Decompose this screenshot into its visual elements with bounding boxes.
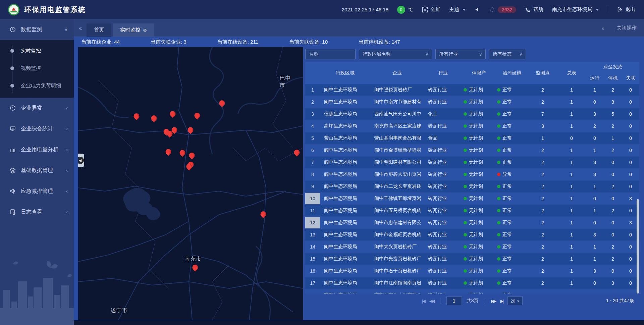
fullscreen-button[interactable]: 全屏 bbox=[422, 6, 440, 13]
table-row[interactable]: 2阆中生态环境局阆中市南方节能建材有砖瓦行业无计划正常21030 bbox=[305, 96, 639, 108]
tabs-scroll-left-icon[interactable]: « bbox=[74, 25, 87, 31]
cell-company: 阆中市石子页岩机砖厂 bbox=[370, 268, 424, 274]
name-search-input[interactable]: 名称 bbox=[305, 49, 356, 59]
page-size-select[interactable]: 20∨ bbox=[507, 296, 523, 305]
table-row[interactable]: 16阆中生态环境局阆中市石子页岩机砖厂砖瓦行业无计划正常21300 bbox=[305, 265, 639, 277]
row-index: 2 bbox=[305, 96, 320, 108]
header-失联: 失联 bbox=[622, 72, 639, 84]
status-dot-green bbox=[497, 209, 500, 212]
cell-halted: 5 bbox=[604, 111, 622, 117]
table-row[interactable]: 10阆中生态环境局阆中千佛镇五郎垭页岩砖瓦行业无计划正常21003 bbox=[305, 193, 639, 204]
table-row[interactable]: 9阆中生态环境局阆中市二龙长宝页岩砖砖瓦行业无计划正常21120 bbox=[305, 181, 639, 192]
table-row[interactable]: 12阆中生态环境局阆中市忠信建材有限公砖瓦行业无计划正常21003 bbox=[305, 217, 639, 228]
table-row[interactable]: 13阆中生态环境局阆中市金福旺页岩机砖砖瓦行业无计划正常21300 bbox=[305, 229, 639, 240]
cell-region: 阆中生态环境局 bbox=[320, 196, 370, 202]
table-row[interactable]: 17阆中生态环境局阆中市江南镇阆南页岩砖瓦行业无计划正常21030 bbox=[305, 277, 639, 289]
cell-industry: 砖瓦行业 bbox=[424, 232, 462, 238]
tab-label: 首页 bbox=[94, 27, 104, 33]
cell-company: 阆中市忠信建材有限公 bbox=[370, 220, 424, 226]
cell-stop-status: 无计划 bbox=[462, 280, 496, 286]
cell-stop-status: 无计划 bbox=[462, 171, 496, 177]
row-index: 9 bbox=[305, 181, 320, 192]
prev-page-button[interactable]: ◀◀ bbox=[429, 299, 434, 304]
table-row[interactable]: 6阆中生态环境局阆中市金博瑞新型墙材砖瓦行业无计划正常21120 bbox=[305, 145, 639, 156]
table-row[interactable]: 5营山生态环境局营山县润丰肉食品有限食品无计划正常10010 bbox=[305, 132, 639, 144]
sidebar-item-3[interactable]: 企业综合统计‹ bbox=[0, 118, 74, 139]
table-row[interactable]: 1阆中生态环境局阆中强锐页岩砖厂砖瓦行业无计划正常21120 bbox=[305, 84, 639, 96]
notifications[interactable]: 2632 bbox=[489, 6, 516, 13]
first-page-button[interactable]: |◀ bbox=[422, 299, 424, 304]
status-dot-green bbox=[497, 88, 500, 92]
table-row[interactable]: 18南部生态环境局南部县砌化水泥有限公建材行业无计划正常50050 bbox=[305, 289, 639, 293]
cell-treatment-status: 正常 bbox=[496, 244, 528, 250]
industry-select[interactable]: 所有行业∨ bbox=[435, 49, 486, 59]
table-row[interactable]: 3仪陇生态环境局西南油气田分公司川中化工无计划正常71350 bbox=[305, 108, 639, 120]
cell-halted: 2 bbox=[604, 123, 622, 129]
main-row: 巴中市南充市遂宁市 ◀ 名称 行政区域名称∨ 所有行业∨ 所有状态∨ 行政区域企… bbox=[74, 47, 644, 320]
tab-实时监控[interactable]: 实时监控⊗ bbox=[113, 23, 154, 37]
table-row[interactable]: 15阆中生态环境局阆中市光富页岩机砖厂砖瓦行业无计划正常21120 bbox=[305, 253, 639, 265]
sidebar-subitem[interactable]: 企业电力负荷明细 bbox=[0, 77, 74, 94]
map-collapse-toggle[interactable]: ◀ bbox=[78, 154, 84, 167]
sidebar-item-4[interactable]: 企业用电量分析‹ bbox=[0, 139, 74, 160]
region-select[interactable]: 行政区域名称∨ bbox=[359, 49, 432, 59]
map-panel[interactable]: 巴中市南充市遂宁市 ◀ bbox=[78, 47, 303, 320]
cell-halted: 0 bbox=[604, 160, 622, 165]
table-row[interactable]: 4高坪生态环境局南充市高坪区王家店建砖瓦行业无计划正常31220 bbox=[305, 120, 639, 132]
bell-icon bbox=[489, 7, 495, 13]
status-dot-green bbox=[497, 269, 500, 273]
tabs-scroll-right-icon[interactable]: » bbox=[596, 25, 609, 31]
status-dot-green bbox=[464, 88, 467, 92]
sidebar-item-2[interactable]: 企业异常‹ bbox=[0, 98, 74, 118]
table-scrollbar[interactable] bbox=[637, 199, 639, 293]
help-button[interactable]: 帮助 bbox=[525, 6, 543, 13]
sidebar-item-label: 应急减排管理 bbox=[21, 188, 53, 195]
stat-item: 当前停机设备: 147 bbox=[359, 39, 400, 45]
sidebar-subitem[interactable]: 实时监控 bbox=[0, 42, 74, 59]
temperature-badge: 0 bbox=[397, 6, 405, 14]
divider bbox=[485, 298, 485, 304]
cell-total-meters: 1 bbox=[557, 280, 586, 286]
chevron-left-icon: ‹ bbox=[66, 105, 68, 111]
sidebar-item-7[interactable]: 日志查看‹ bbox=[0, 202, 74, 222]
row-index: 18 bbox=[305, 289, 320, 293]
row-index: 14 bbox=[305, 241, 320, 253]
page-number-input[interactable]: 1 bbox=[446, 296, 462, 305]
cell-region: 阆中生态环境局 bbox=[320, 280, 370, 286]
cell-monitor-points: 2 bbox=[528, 99, 557, 105]
temperature-unit: ℃ bbox=[408, 7, 413, 13]
last-page-button[interactable]: ▶| bbox=[500, 299, 503, 304]
sidebar-item-1[interactable]: 数据监测∨ bbox=[0, 19, 74, 40]
sidebar-subitem[interactable]: 视频监控 bbox=[0, 59, 74, 77]
cell-treatment-status: 正常 bbox=[496, 111, 528, 117]
stat-item: 当前失联设备: 10 bbox=[289, 39, 328, 45]
table-row[interactable]: 8阆中生态环境局阆中市枣碧大梁山页岩砖瓦行业无计划异常21300 bbox=[305, 169, 639, 180]
mute-button[interactable] bbox=[475, 7, 481, 13]
next-page-button[interactable]: ▶▶ bbox=[491, 299, 496, 304]
cell-stop-status: 无计划 bbox=[462, 183, 496, 189]
close-operations-button[interactable]: 关闭操作 bbox=[616, 25, 637, 31]
sidebar-item-5[interactable]: 基础数据管理‹ bbox=[0, 160, 74, 181]
cell-company: 阆中市二龙长宝页岩砖 bbox=[370, 183, 424, 189]
theme-menu[interactable]: 主题 bbox=[449, 6, 466, 13]
logout-button[interactable]: 退出 bbox=[617, 6, 635, 13]
tab-close-icon[interactable]: ⊗ bbox=[143, 28, 147, 33]
row-index: 16 bbox=[305, 265, 320, 277]
cell-region: 阆中生态环境局 bbox=[320, 220, 370, 226]
table-row[interactable]: 11阆中生态环境局阆中市五马桥页岩机砖砖瓦行业无计划正常21120 bbox=[305, 205, 639, 216]
sidebar-subitem-label: 实时监控 bbox=[21, 48, 41, 54]
cell-lost: 0 bbox=[622, 99, 639, 105]
tab-首页[interactable]: 首页 bbox=[87, 23, 111, 37]
cell-halted: 0 bbox=[604, 220, 622, 225]
table-row[interactable]: 7阆中生态环境局阆中明阳建材有限公司砖瓦行业无计划正常21300 bbox=[305, 157, 639, 168]
status-dot-green bbox=[497, 100, 500, 104]
log-icon bbox=[9, 209, 16, 215]
cell-treatment-status: 正常 bbox=[496, 256, 528, 262]
status-select[interactable]: 所有状态∨ bbox=[489, 49, 526, 59]
chevron-left-icon: ◀ bbox=[78, 157, 84, 164]
sidebar-item-6[interactable]: 应急减排管理‹ bbox=[0, 181, 74, 202]
org-menu[interactable]: 南充市生态环境局 bbox=[552, 6, 599, 13]
row-index: 15 bbox=[305, 253, 320, 265]
table-row[interactable]: 14阆中生态环境局阆中大兴页岩机砖厂砖瓦行业无计划正常21120 bbox=[305, 241, 639, 253]
cell-region: 阆中生态环境局 bbox=[320, 183, 370, 189]
